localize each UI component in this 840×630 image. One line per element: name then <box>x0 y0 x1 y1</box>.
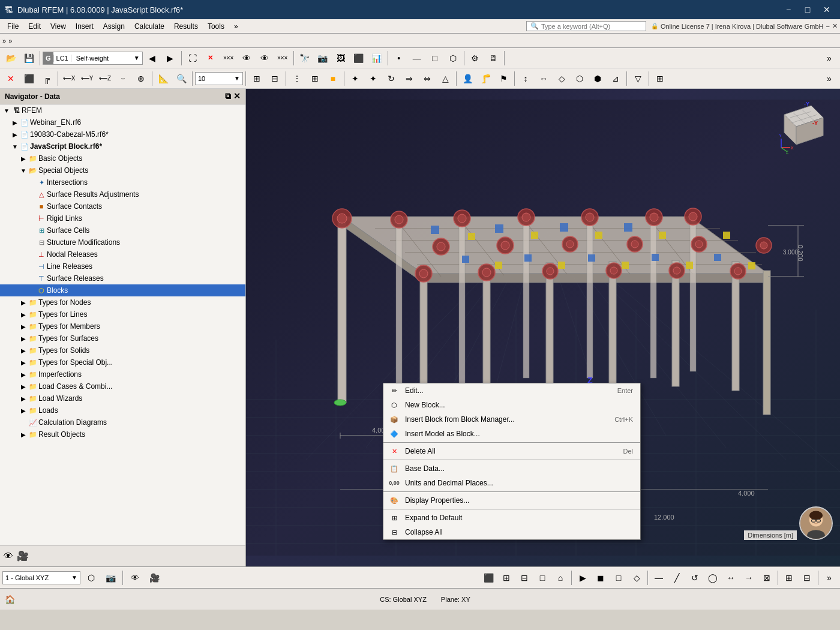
bt-icon3[interactable]: ⊟ <box>516 569 533 586</box>
tb2-undo[interactable]: ✕ <box>2 70 19 87</box>
nav-item-cabezal[interactable]: ▶ 📄 190830-Cabezal-M5.rf6* <box>0 128 245 140</box>
nav-item-surfresadj[interactable]: ▶ △ Surface Results Adjustments <box>0 188 245 200</box>
nav-item-typessurfaces[interactable]: ▶ 📁 Types for Surfaces <box>0 332 245 344</box>
nav-item-jsblock[interactable]: ▼ 📄 JavaScript Block.rf6* <box>0 140 245 152</box>
tb-snap[interactable]: ⛶ <box>184 50 201 67</box>
tb2-move[interactable]: ↔ <box>115 70 131 87</box>
nav-item-imperfections[interactable]: ▶ 📁 Imperfections <box>0 368 245 380</box>
bt-icon6[interactable]: ▶ <box>574 569 591 586</box>
nav-item-linerel[interactable]: ▶ ⊣ Line Releases <box>0 260 245 272</box>
tb2-dim5[interactable]: ⬢ <box>589 70 606 87</box>
zoom-dropdown[interactable]: 10 ▼ <box>195 72 243 85</box>
tb2-dim3[interactable]: ◇ <box>553 70 570 87</box>
ctx-displayprops[interactable]: 🎨 Display Properties... <box>383 491 640 508</box>
nav-item-intersections[interactable]: ▶ ✦ Intersections <box>0 176 245 188</box>
ctx-units[interactable]: 0,00 Units and Decimal Places... <box>383 476 640 490</box>
ctx-newblock[interactable]: ⬡ New Block... <box>383 398 640 412</box>
menu-calculate[interactable]: Calculate <box>130 21 169 32</box>
bt-icon13[interactable]: ◯ <box>704 569 721 586</box>
bt-icon10[interactable]: — <box>650 569 667 586</box>
tb2-view[interactable]: 🔍 <box>173 70 190 87</box>
status-icon3[interactable]: 👁 <box>127 569 143 586</box>
bt-icon2[interactable]: ⊞ <box>498 569 515 586</box>
viewport[interactable]: Z X Y <box>246 89 840 566</box>
bt-icon12[interactable]: ↺ <box>686 569 703 586</box>
maximize-button[interactable]: □ <box>799 3 816 16</box>
nav-item-surfcells[interactable]: ▶ ⊞ Surface Cells <box>0 224 245 236</box>
tb2-scale[interactable]: 📐 <box>155 70 172 87</box>
nav-eye-btn[interactable]: 👁 <box>4 551 13 562</box>
bt-icon11[interactable]: ╱ <box>668 569 685 586</box>
tb2-flag[interactable]: ⚑ <box>495 70 512 87</box>
tb-calc[interactable]: ⚙ <box>467 50 484 67</box>
tb-cube[interactable]: ⬛ <box>350 50 367 67</box>
nav-item-rigidlinks[interactable]: ▶ ⊢ Rigid Links <box>0 212 245 224</box>
ctx-deleteall[interactable]: ✕ Delete All Del <box>383 442 640 458</box>
nav-item-typesspecial[interactable]: ▶ 📁 Types for Special Obj... <box>0 356 245 368</box>
cs-selector[interactable]: 1 - Global XYZ ▼ <box>2 571 80 584</box>
search-input[interactable] <box>541 23 642 30</box>
tb2-points[interactable]: ⋮ <box>289 70 305 87</box>
nav-item-nodalrel[interactable]: ▶ ⊥ Nodal Releases <box>0 248 245 260</box>
tb2-rotate[interactable]: ↻ <box>383 70 400 87</box>
bt-icon14[interactable]: ↔ <box>722 569 739 586</box>
tb2-mesh[interactable]: ⊟ <box>266 70 283 87</box>
ctx-expanddefault[interactable]: ⊞ Expand to Default <box>383 509 640 525</box>
bt-icon17[interactable]: ⊞ <box>781 569 797 586</box>
nav-item-typeslines[interactable]: ▶ 📁 Types for Lines <box>0 308 245 320</box>
tb2-fit[interactable]: ⊞ <box>248 70 265 87</box>
bt-icon9[interactable]: ◇ <box>628 569 645 586</box>
tb-display[interactable]: 📊 <box>368 50 385 67</box>
next-lc[interactable]: ▶ <box>162 50 179 67</box>
tb2-dim6[interactable]: ⊿ <box>607 70 624 87</box>
nav-item-resultobjs[interactable]: ▶ 📁 Result Objects <box>0 428 245 440</box>
nav-cube[interactable]: -Y -Y X Y Z <box>775 100 829 154</box>
tb-eye2[interactable]: 👁 <box>256 50 273 67</box>
nav-item-typesmembers[interactable]: ▶ 📁 Types for Members <box>0 320 245 332</box>
menu-tools[interactable]: Tools <box>203 21 229 32</box>
tb-render[interactable]: 🖥 <box>485 50 502 67</box>
tb2-yaxis[interactable]: ⟵Y <box>79 70 95 87</box>
tb2-xaxis[interactable]: ⟵X <box>61 70 77 87</box>
lc-selector[interactable]: G LC1 Self-weight ▼ <box>43 52 143 65</box>
tb-x[interactable]: ✕ <box>202 50 219 67</box>
tb-overflow[interactable]: » <box>821 50 838 67</box>
bt-icon7[interactable]: ◼ <box>592 569 609 586</box>
bt-icon1[interactable]: ⬛ <box>480 569 497 586</box>
open-btn[interactable]: 📂 <box>2 50 19 67</box>
tb2-dim4[interactable]: ⬡ <box>571 70 588 87</box>
nav-close-btn[interactable]: ✕ <box>233 91 241 101</box>
tb2-shape[interactable]: △ <box>437 70 454 87</box>
bt-icon5[interactable]: ⌂ <box>552 569 569 586</box>
secondary-overflow1[interactable]: » <box>2 37 6 44</box>
status-icon2[interactable]: 📷 <box>102 569 119 586</box>
tb-eye[interactable]: 👁 <box>238 50 255 67</box>
tb2-node[interactable]: ⬛ <box>20 70 37 87</box>
nav-item-structmod[interactable]: ▶ ⊟ Structure Modifications <box>0 236 245 248</box>
nav-item-webinar[interactable]: ▶ 📄 Webinar_EN.rf6 <box>0 116 245 128</box>
tb-line[interactable]: — <box>409 50 425 67</box>
tb-xxx2[interactable]: ××× <box>274 50 291 67</box>
tb-surface[interactable]: □ <box>427 50 443 67</box>
tb2-star[interactable]: ✦ <box>347 70 364 87</box>
ctx-edit[interactable]: ✏ Edit... Enter <box>383 383 640 398</box>
ctx-insertblock[interactable]: 📦 Insert Block from Block Manager... Ctr… <box>383 412 640 427</box>
tb2-table[interactable]: ⊞ <box>652 70 668 87</box>
secondary-overflow2[interactable]: » <box>8 37 12 44</box>
tb-view2[interactable]: 📷 <box>314 50 331 67</box>
menu-overflow[interactable]: » <box>229 21 243 32</box>
secondary-minimize[interactable]: − <box>826 23 830 30</box>
nav-camera-btn[interactable]: 🎥 <box>17 550 29 562</box>
nav-item-surfrel[interactable]: ▶ ⊤ Surface Releases <box>0 272 245 284</box>
tb-view3[interactable]: 🖼 <box>332 50 349 67</box>
nav-restore-btn[interactable]: ⧉ <box>225 91 231 101</box>
menu-view[interactable]: View <box>46 21 71 32</box>
tb2-zaxis[interactable]: ⟵Z <box>97 70 113 87</box>
tb-xxx[interactable]: ××× <box>220 50 237 67</box>
menu-insert[interactable]: Insert <box>71 21 98 32</box>
menu-assign[interactable]: Assign <box>98 21 130 32</box>
save-btn[interactable]: 💾 <box>20 50 37 67</box>
tb-node[interactable]: • <box>391 50 407 67</box>
close-button[interactable]: ✕ <box>818 3 835 16</box>
nav-item-calcdiag[interactable]: ▶ 📈 Calculation Diagrams <box>0 416 245 428</box>
